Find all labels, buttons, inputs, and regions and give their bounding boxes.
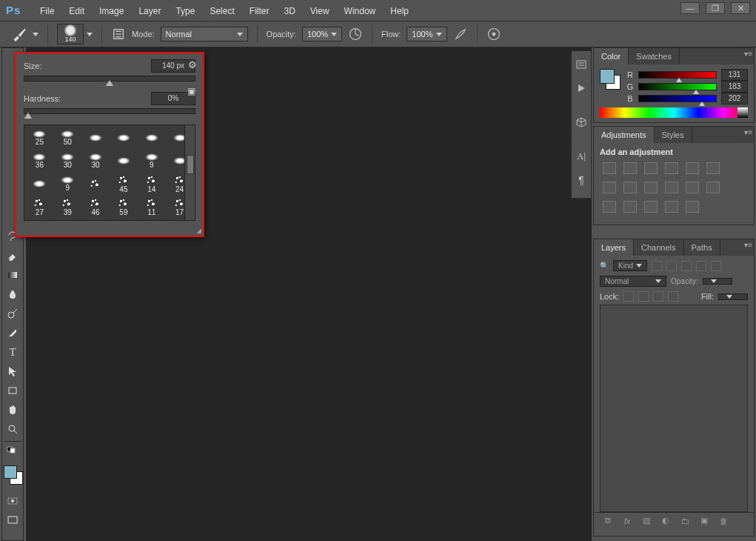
filter-type-icon[interactable] bbox=[681, 261, 692, 271]
panel-menu-icon[interactable]: ▾≡ bbox=[744, 241, 752, 249]
new-fill-icon[interactable]: ◐ bbox=[660, 516, 671, 526]
layer-mask-icon[interactable]: ▧ bbox=[641, 516, 652, 526]
menu-select[interactable]: Select bbox=[202, 3, 241, 19]
screen-mode-icon[interactable] bbox=[3, 511, 22, 529]
window-minimize-button[interactable]: — bbox=[680, 2, 700, 14]
hardness-slider[interactable] bbox=[24, 108, 195, 114]
size-pressure-icon[interactable] bbox=[486, 27, 501, 42]
new-group-icon[interactable]: 🗀 bbox=[680, 516, 690, 526]
brush-preset-dropdown-icon[interactable] bbox=[87, 33, 93, 36]
brightness-icon[interactable] bbox=[603, 162, 616, 174]
color-swatches[interactable] bbox=[4, 465, 23, 485]
blur-tool-icon[interactable] bbox=[3, 285, 22, 303]
brush-preset-cell[interactable]: 9 bbox=[54, 173, 81, 195]
lock-position-icon[interactable] bbox=[653, 291, 663, 302]
blend-mode-dropdown[interactable]: Normal bbox=[161, 27, 248, 42]
layer-blend-dropdown[interactable]: Normal bbox=[600, 276, 666, 287]
curves-icon[interactable] bbox=[644, 162, 658, 174]
r-slider[interactable] bbox=[638, 71, 717, 79]
actions-play-icon[interactable] bbox=[572, 79, 590, 97]
eraser-tool-icon[interactable] bbox=[3, 247, 22, 265]
g-slider[interactable] bbox=[638, 83, 717, 90]
hue-icon[interactable] bbox=[706, 162, 720, 174]
window-close-button[interactable]: ✕ bbox=[731, 2, 750, 14]
g-value[interactable]: 183 bbox=[721, 81, 748, 93]
bw-icon[interactable] bbox=[603, 182, 616, 193]
photo-filter-icon[interactable] bbox=[623, 182, 637, 193]
gradient-map-icon[interactable] bbox=[623, 201, 637, 213]
layer-fx-icon[interactable]: fx bbox=[622, 516, 632, 526]
default-colors-icon[interactable] bbox=[3, 445, 22, 455]
brush-preset-cell[interactable]: 46 bbox=[82, 196, 110, 218]
flow-field[interactable]: 100% bbox=[407, 27, 446, 42]
b-slider[interactable] bbox=[638, 95, 717, 102]
tab-adjustments[interactable]: Adjustments bbox=[594, 127, 655, 143]
tab-color[interactable]: Color bbox=[594, 48, 629, 64]
menu-help[interactable]: Help bbox=[383, 3, 416, 19]
lock-all-icon[interactable] bbox=[668, 291, 678, 302]
color-swatches[interactable] bbox=[600, 69, 620, 90]
brush-preset-cell[interactable]: 9 bbox=[138, 150, 165, 172]
tab-paths[interactable]: Paths bbox=[684, 239, 720, 256]
b-value[interactable]: 202 bbox=[721, 93, 748, 104]
menu-filter[interactable]: Filter bbox=[242, 3, 277, 19]
layer-opacity-field[interactable] bbox=[703, 278, 732, 285]
tool-preset-dropdown-icon[interactable] bbox=[33, 33, 39, 36]
r-value[interactable]: 131 bbox=[721, 69, 748, 81]
menu-view[interactable]: View bbox=[303, 3, 337, 19]
size-slider[interactable] bbox=[24, 76, 195, 82]
tab-styles[interactable]: Styles bbox=[655, 127, 692, 143]
selective-color-icon[interactable] bbox=[644, 201, 658, 213]
brush-preset-cell[interactable] bbox=[110, 127, 137, 149]
airbrush-icon[interactable] bbox=[453, 27, 468, 42]
brush-grid-scrollbar[interactable] bbox=[184, 125, 195, 220]
opacity-field[interactable]: 100% bbox=[302, 27, 342, 42]
menu-layer[interactable]: Layer bbox=[131, 3, 168, 19]
adjust-extra2-icon[interactable] bbox=[686, 201, 699, 213]
3d-icon[interactable] bbox=[572, 113, 590, 131]
brush-preset-cell[interactable]: 59 bbox=[110, 196, 137, 218]
brush-preset-cell[interactable]: 30 bbox=[82, 150, 110, 172]
pen-tool-icon[interactable] bbox=[3, 324, 22, 342]
invert-icon[interactable] bbox=[686, 182, 699, 193]
paragraph-icon[interactable]: ¶ bbox=[572, 171, 590, 189]
brush-preset-cell[interactable]: 14 bbox=[138, 173, 165, 195]
tab-layers[interactable]: Layers bbox=[594, 239, 634, 256]
resize-grip-icon[interactable]: ◢ bbox=[196, 227, 201, 234]
brush-preset-cell[interactable]: 36 bbox=[26, 150, 53, 172]
brush-preset-cell[interactable] bbox=[82, 173, 110, 195]
dodge-tool-icon[interactable] bbox=[3, 305, 22, 322]
threshold-icon[interactable] bbox=[603, 201, 616, 213]
new-layer-icon[interactable]: ▣ bbox=[699, 516, 709, 526]
brush-preset-cell[interactable] bbox=[82, 127, 110, 149]
tab-channels[interactable]: Channels bbox=[634, 239, 683, 256]
menu-image[interactable]: Image bbox=[92, 3, 131, 19]
panel-menu-icon[interactable]: ▾≡ bbox=[744, 128, 752, 136]
window-maximize-button[interactable]: ❐ bbox=[706, 2, 725, 14]
history-icon[interactable] bbox=[572, 56, 590, 73]
menu-file[interactable]: File bbox=[33, 3, 61, 19]
filter-shape-icon[interactable] bbox=[696, 261, 706, 271]
posterize-icon[interactable] bbox=[706, 182, 720, 193]
link-layers-icon[interactable]: ⧉ bbox=[603, 516, 613, 526]
lock-pixels-icon[interactable] bbox=[638, 291, 649, 302]
delete-layer-icon[interactable]: 🗑 bbox=[718, 516, 729, 526]
layers-list[interactable] bbox=[600, 305, 748, 512]
layer-filter-kind[interactable]: Kind bbox=[613, 260, 647, 271]
filter-pixel-icon[interactable] bbox=[652, 261, 662, 271]
character-icon[interactable]: A| bbox=[572, 147, 590, 165]
brush-preset-cell[interactable]: 50 bbox=[54, 127, 81, 149]
gradient-tool-icon[interactable] bbox=[3, 266, 22, 284]
spectrum-strip[interactable] bbox=[600, 107, 748, 118]
foreground-color-swatch[interactable] bbox=[4, 465, 17, 479]
opacity-pressure-icon[interactable] bbox=[348, 27, 363, 42]
brush-preset-picker[interactable]: 140 bbox=[57, 24, 84, 44]
menu-type[interactable]: Type bbox=[168, 3, 202, 19]
brush-preset-cell[interactable]: 25 bbox=[26, 127, 53, 149]
color-lookup-icon[interactable] bbox=[665, 182, 678, 193]
gear-icon[interactable]: ⚙ bbox=[188, 59, 197, 70]
layer-fill-field[interactable] bbox=[718, 293, 748, 300]
brush-preset-cell[interactable] bbox=[110, 150, 137, 172]
menu-edit[interactable]: Edit bbox=[61, 3, 92, 19]
filter-adjust-icon[interactable] bbox=[666, 261, 677, 271]
